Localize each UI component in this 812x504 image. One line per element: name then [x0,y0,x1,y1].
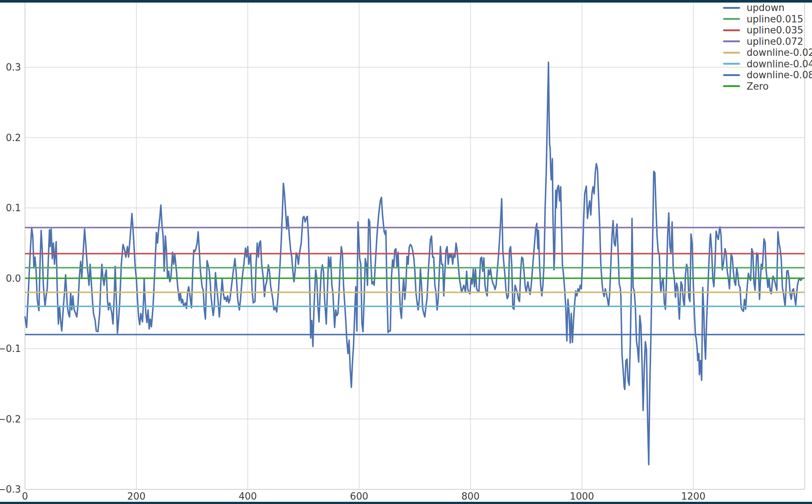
legend-label: updown [747,3,784,12]
legend-swatch-downline-0.08 [723,74,740,76]
legend-label: upline0.035 [747,25,803,35]
legend-swatch-Zero [723,85,740,87]
x-tick-label: 0 [22,491,28,502]
legend-swatch-upline0.015 [723,18,740,20]
x-tick-label: 400 [238,491,257,502]
x-tick-label: 1000 [570,491,594,502]
y-tick-label: 0.2 [6,132,21,143]
y-tick-label: 0.0 [6,273,21,284]
legend-swatch-upline0.035 [723,29,740,31]
legend-item-updown: updown [723,2,812,14]
legend-item-upline0.015: upline0.015 [723,14,812,25]
legend-label: downline-0.04 [747,59,812,69]
y-tick-label: −0.1 [0,343,21,354]
series-updown-line [25,62,802,465]
legend-label: upline0.015 [747,14,803,24]
y-tick-label: −0.3 [0,484,21,495]
chart-canvas: 0.30.20.10.0−0.1−0.2−0.30200400600800100… [0,0,812,504]
legend-swatch-downline-0.04 [723,63,740,65]
legend-label: downline-0.08 [747,70,812,80]
legend-item-upline0.035: upline0.035 [723,25,812,36]
legend-label: Zero [747,82,769,91]
legend-swatch-downline-0.02 [723,52,740,54]
legend-item-downline-0.08: downline-0.08 [723,69,812,81]
window-top-bar [0,0,812,3]
legend-label: downline-0.02 [747,48,812,57]
legend-item-upline0.072: upline0.072 [723,36,812,47]
grid [25,0,805,489]
chart-figure: 0.30.20.10.0−0.1−0.2−0.30200400600800100… [0,0,812,504]
y-tick-label: −0.2 [0,414,21,425]
y-tick-label: 0.3 [6,62,21,73]
x-tick-label: 800 [461,491,480,502]
x-tick-label: 1200 [681,491,705,502]
legend-item-downline-0.04: downline-0.04 [723,58,812,70]
x-tick-label: 600 [350,491,369,502]
legend-swatch-updown [723,7,740,9]
legend: updownupline0.015upline0.035upline0.072d… [723,2,812,92]
y-tick-label: 0.1 [6,202,21,213]
window-bottom-bar [0,502,812,504]
x-tick-label: 200 [127,491,145,502]
legend-swatch-upline0.072 [723,40,740,42]
legend-label: upline0.072 [747,37,803,46]
legend-item-downline-0.02: downline-0.02 [723,47,812,58]
axes-spines [25,0,805,489]
legend-item-Zero: Zero [723,81,812,92]
